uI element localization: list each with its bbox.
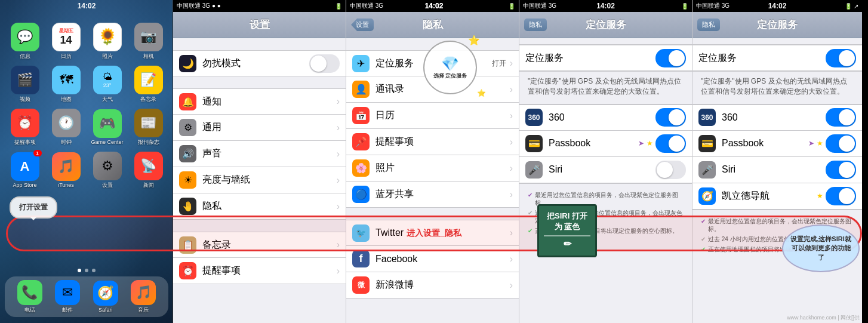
location2-description: "定位服务"使用 GPS 及众包的无线局域网热点位置和信号发射塔位置来确定您的大… xyxy=(692,72,862,101)
row-bluetooth[interactable]: 🔵 蓝牙共享 › xyxy=(346,182,519,208)
location2-toggle-section: 定位服务 xyxy=(692,44,862,72)
location2-toggle[interactable] xyxy=(826,49,856,67)
dock: 📞 电话 ✉ 邮件 🧭 Safari 🎵 音乐 xyxy=(5,276,168,317)
location-toggle[interactable] xyxy=(655,49,686,67)
row-weibo[interactable]: 微 新浪微博 › xyxy=(346,272,519,299)
location2-navbar: 隐私 定位服务 xyxy=(692,12,862,38)
privacy-navbar: 设置 隐私 xyxy=(346,12,519,38)
app-appstore[interactable]: A 1 App Store xyxy=(5,149,45,191)
annotation-open-settings: 打开设置 xyxy=(10,196,57,219)
app-newsstand[interactable]: 📰 报刊杂志 xyxy=(128,106,168,148)
annotation-completion: 设置完成,这样SIRI就可以做到更多的功能了 xyxy=(782,224,860,272)
app-weather[interactable]: 🌤 23° 天气 xyxy=(87,63,127,105)
status-bar-5: 中国联通 3G 14:02 🔋 ↗ xyxy=(692,0,862,12)
app-messages[interactable]: 💬 信息 xyxy=(5,20,45,62)
home-grid: 💬 信息 星期五 14 日历 🌻 照片 📷 相机 xyxy=(0,18,173,193)
location2-toggle-row[interactable]: 定位服务 xyxy=(692,45,862,71)
app-reminders[interactable]: ⏰ 提醒事项 xyxy=(5,106,45,148)
row-siri[interactable]: 🎤 Siri xyxy=(519,157,692,183)
row-photos-privacy[interactable]: 🌸 照片 › xyxy=(346,155,519,182)
location2-title: 定位服务 xyxy=(757,18,798,32)
row-passbook[interactable]: 💳 Passbook ➤ ★ xyxy=(519,131,692,157)
watermark: www.hackhome.com | 网侠[]供 xyxy=(787,314,860,322)
privacy-title: 隐私 xyxy=(423,18,443,32)
settings-list: 🌙 勿扰模式 🔔 通知 › ⚙ 通用 › 🔊 声音 › xyxy=(173,38,346,323)
annotation-diamond: 💎 选择 定位服务 ⭐ ⭐ xyxy=(423,41,477,94)
app-photos[interactable]: 🌻 照片 xyxy=(87,20,127,62)
toggle-donotdisturb[interactable] xyxy=(309,54,340,73)
screen2-settings: 中国联通 3G ● ● 14:02 🔋 设置 🌙 勿扰模式 🔔 通知 › ⚙ xyxy=(173,0,346,323)
app-location-list: 360 360 💳 Passbook ➤ ★ 🎤 Siri xyxy=(519,104,692,184)
status-bar-3: 中国联通 3G 14:02 🔋 xyxy=(346,0,519,12)
toggle-siri[interactable] xyxy=(655,161,686,179)
status-bar-4: 中国联通 3G 14:02 🔋 xyxy=(519,0,692,12)
row-reminders[interactable]: ⏰ 提醒事项 › xyxy=(173,258,346,284)
annotation-siri-chalkboard: 把SIRI 打开为 蓝色 ✏ xyxy=(537,204,597,257)
row-donotdisturb[interactable]: 🌙 勿扰模式 xyxy=(173,50,346,76)
app-video[interactable]: 🎬 视频 xyxy=(5,63,45,105)
location-navbar: 隐私 定位服务 xyxy=(519,12,692,38)
app-gamecenter[interactable]: 🎮 Game Center xyxy=(87,106,127,148)
toggle2-passbook[interactable] xyxy=(826,134,856,153)
screen1-phone: 中国联通 3G 3G 14:02 🔋 💬 信息 星期五 14 日历 xyxy=(0,0,173,323)
screen5-location-done: 中国联通 3G 14:02 🔋 ↗ 隐私 定位服务 定位服务 "定位服务"使用 … xyxy=(692,0,862,323)
app-news[interactable]: 📡 新闻 xyxy=(128,149,168,191)
location-toggle-row[interactable]: 定位服务 xyxy=(519,45,692,71)
back-button-privacy[interactable]: 设置 xyxy=(351,19,374,31)
app-itunes[interactable]: 🎵 iTunes xyxy=(46,149,86,191)
row-brightness[interactable]: ☀ 亮度与墙纸 › xyxy=(173,167,346,193)
row-sounds[interactable]: 🔊 声音 › xyxy=(173,141,346,167)
toggle2-kailide[interactable] xyxy=(826,187,856,205)
location-toggle-section: 定位服务 xyxy=(519,44,692,72)
app-settings[interactable]: ⚙ 设置 xyxy=(87,149,127,191)
toggle2-siri[interactable] xyxy=(826,161,856,179)
toggle-360[interactable] xyxy=(655,108,686,127)
row-notifications[interactable]: 🔔 通知 › xyxy=(173,88,346,115)
screen4-location: 中国联通 3G 14:02 🔋 隐私 定位服务 定位服务 "定位服务"使用 GP… xyxy=(519,0,692,323)
page-dots xyxy=(0,269,173,272)
row2-passbook[interactable]: 💳 Passbook ➤ ★ xyxy=(692,131,862,157)
location-description: "定位服务"使用 GPS 及众包的无线局域网热点位置和信号发射塔位置来确定您的大… xyxy=(519,72,692,101)
annotation-enter-privacy: 进入设置_隐私 xyxy=(173,216,346,251)
app-mail[interactable]: ✉ 邮件 xyxy=(55,280,80,314)
toggle-passbook[interactable] xyxy=(655,134,686,153)
app-calendar[interactable]: 星期五 14 日历 xyxy=(46,20,86,62)
status-bar-2: 中国联通 3G ● ● 14:02 🔋 xyxy=(173,0,346,12)
app-safari[interactable]: 🧭 Safari xyxy=(93,281,118,313)
app-music[interactable]: 🎵 音乐 xyxy=(131,280,156,314)
app-camera[interactable]: 📷 相机 xyxy=(128,20,168,62)
screen3-privacy: 中国联通 3G 14:02 🔋 设置 隐私 ✈ 定位服务 打开 › 👤 通讯录 … xyxy=(346,0,519,323)
row-reminders-privacy[interactable]: 📌 提醒事项 › xyxy=(346,129,519,155)
row-calendar-privacy[interactable]: 📅 日历 › xyxy=(346,103,519,129)
app-notes[interactable]: 📝 备忘录 xyxy=(128,63,168,105)
row2-360[interactable]: 360 360 xyxy=(692,104,862,131)
location-title: 定位服务 xyxy=(586,18,626,32)
back-button-location[interactable]: 隐私 xyxy=(524,19,547,31)
back-button-location2[interactable]: 隐私 xyxy=(697,19,720,31)
settings-navbar: 设置 xyxy=(173,12,346,38)
row-360[interactable]: 360 360 xyxy=(519,104,692,131)
row2-kailide[interactable]: 🧭 凯立德导航 ★ xyxy=(692,183,862,210)
time-1: 14:02 xyxy=(78,2,96,10)
row-general[interactable]: ⚙ 通用 › xyxy=(173,115,346,141)
toggle2-360[interactable] xyxy=(826,108,856,127)
settings-title: 设置 xyxy=(250,18,270,32)
app-clock[interactable]: 🕐 时钟 xyxy=(46,106,86,148)
app-location2-list: 360 360 💳 Passbook ➤ ★ 🎤 Siri 🧭 凯立德导航 ★ xyxy=(692,104,862,210)
row2-siri[interactable]: 🎤 Siri xyxy=(692,157,862,183)
app-maps[interactable]: 🗺 地图 xyxy=(46,63,86,105)
app-phone[interactable]: 📞 电话 xyxy=(17,280,42,314)
